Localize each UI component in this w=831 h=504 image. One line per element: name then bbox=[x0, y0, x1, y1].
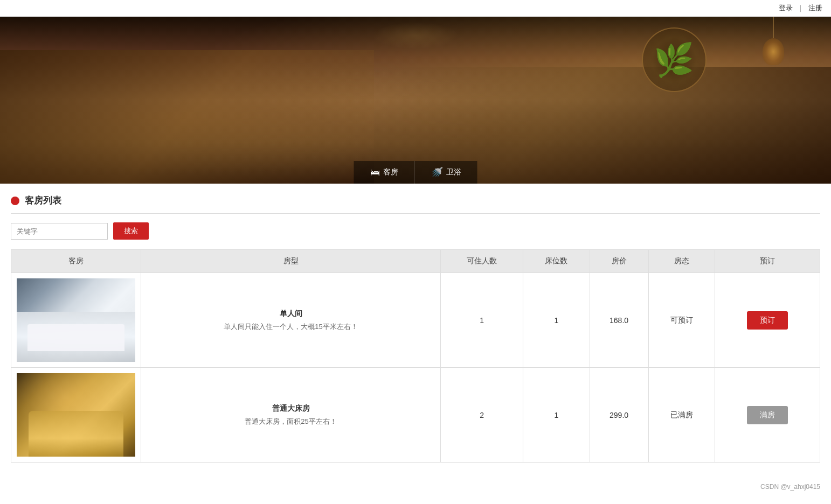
table-header-row: 客房 房型 可住人数 床位数 房价 房态 预订 bbox=[11, 250, 820, 273]
nav-divider: ｜ bbox=[797, 3, 804, 13]
room-price: 299.0 bbox=[590, 368, 648, 463]
table-row: 普通大床房 普通大床房，面积25平左右！ 21299.0已满房满房 bbox=[11, 368, 820, 463]
search-input[interactable] bbox=[11, 223, 108, 240]
tab-bath-label: 卫浴 bbox=[446, 167, 461, 177]
room-image-cell bbox=[11, 273, 141, 368]
ceiling-light bbox=[372, 22, 459, 49]
room-beds: 1 bbox=[523, 273, 590, 368]
watermark-text: CSDN @v_ahxj0415 bbox=[760, 483, 820, 491]
hero-banner: 🌿 🛏 客房 🚿 卫浴 bbox=[0, 17, 831, 184]
section-dot bbox=[11, 197, 19, 205]
room-type-name: 普通大床房 bbox=[146, 404, 436, 414]
room-capacity: 2 bbox=[441, 368, 523, 463]
bath-tab-icon: 🚿 bbox=[431, 166, 443, 178]
th-book: 预订 bbox=[715, 250, 820, 273]
table-row: 单人间 单人间只能入住一个人，大概15平米左右！ 11168.0可预订预订 bbox=[11, 273, 820, 368]
th-room: 客房 bbox=[11, 250, 141, 273]
footer-watermark: CSDN @v_ahxj0415 bbox=[0, 479, 831, 495]
login-link[interactable]: 登录 bbox=[779, 3, 793, 13]
top-nav: 登录 ｜ 注册 bbox=[0, 0, 831, 17]
th-capacity: 可住人数 bbox=[441, 250, 523, 273]
room-capacity: 1 bbox=[441, 273, 523, 368]
room-book-cell: 满房 bbox=[715, 368, 820, 463]
room-type-desc: 单人间只能入住一个人，大概15平米左右！ bbox=[146, 322, 436, 332]
room-image bbox=[17, 373, 135, 457]
room-table: 客房 房型 可住人数 床位数 房价 房态 预订 单人间 单人间只能入住一个人，大… bbox=[11, 249, 820, 463]
room-type-cell: 单人间 单人间只能入住一个人，大概15平米左右！ bbox=[141, 273, 441, 368]
book-button[interactable]: 预订 bbox=[747, 311, 788, 330]
tab-bath[interactable]: 🚿 卫浴 bbox=[415, 161, 477, 184]
room-beds: 1 bbox=[523, 368, 590, 463]
pendant-light bbox=[757, 17, 790, 71]
room-book-cell: 预订 bbox=[715, 273, 820, 368]
room-type-name: 单人间 bbox=[146, 309, 436, 319]
register-link[interactable]: 注册 bbox=[808, 3, 822, 13]
th-type: 房型 bbox=[141, 250, 441, 273]
th-price: 房价 bbox=[590, 250, 648, 273]
th-status: 房态 bbox=[648, 250, 715, 273]
section-title-text: 客房列表 bbox=[25, 194, 61, 207]
room-tab-icon: 🛏 bbox=[370, 167, 380, 178]
tab-room[interactable]: 🛏 客房 bbox=[354, 161, 415, 184]
tab-room-label: 客房 bbox=[383, 167, 398, 177]
room-type-desc: 普通大床房，面积25平左右！ bbox=[146, 417, 436, 426]
room-status: 已满房 bbox=[648, 368, 715, 463]
hero-tabs: 🛏 客房 🚿 卫浴 bbox=[354, 161, 477, 184]
th-beds: 床位数 bbox=[523, 250, 590, 273]
section-title: 客房列表 bbox=[11, 194, 820, 214]
room-type-cell: 普通大床房 普通大床房，面积25平左右！ bbox=[141, 368, 441, 463]
search-bar: 搜索 bbox=[11, 222, 820, 240]
room-price: 168.0 bbox=[590, 273, 648, 368]
search-button[interactable]: 搜索 bbox=[113, 222, 149, 240]
room-image-cell bbox=[11, 368, 141, 463]
full-button: 满房 bbox=[747, 406, 788, 424]
room-status: 可预订 bbox=[648, 273, 715, 368]
tree-decoration: 🌿 bbox=[642, 27, 707, 92]
room-image bbox=[17, 278, 135, 362]
main-content: 客房列表 搜索 客房 房型 可住人数 床位数 房价 房态 预订 单人间 单人间只… bbox=[0, 184, 831, 473]
